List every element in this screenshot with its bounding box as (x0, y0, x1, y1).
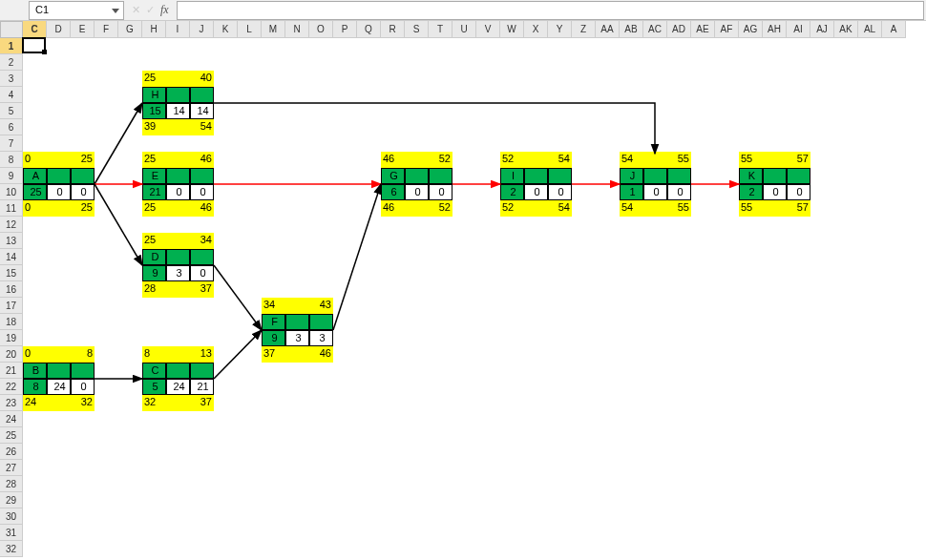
col-header-M[interactable]: M (262, 21, 285, 38)
duration: 2 (739, 184, 763, 200)
row-header-17[interactable]: 17 (0, 298, 23, 314)
cells-area[interactable]: 025A250002508B824024322540H1514143954254… (23, 38, 926, 560)
row-header-31[interactable]: 31 (0, 525, 23, 541)
col-header-W[interactable]: W (500, 21, 524, 38)
col-header-X[interactable]: X (524, 21, 548, 38)
row-header-26[interactable]: 26 (0, 444, 23, 460)
row-header-16[interactable]: 16 (0, 281, 23, 298)
row-header-15[interactable]: 15 (0, 265, 23, 281)
ef: 25 (71, 152, 95, 168)
row-header-3[interactable]: 3 (0, 71, 23, 87)
col-header-AD[interactable]: AD (667, 21, 691, 38)
row-header-2[interactable]: 2 (0, 54, 23, 71)
row-header-21[interactable]: 21 (0, 363, 23, 379)
activity-node-G: 4652G6004652 (381, 152, 452, 217)
row-header-22[interactable]: 22 (0, 379, 23, 395)
row-header-7[interactable]: 7 (0, 135, 23, 152)
row-header-29[interactable]: 29 (0, 492, 23, 508)
fx-icon[interactable]: fx (160, 3, 169, 17)
row-header-10[interactable]: 10 (0, 184, 23, 200)
ef: 55 (667, 152, 691, 168)
select-all-corner[interactable] (0, 21, 23, 38)
col-header-AL[interactable]: AL (858, 21, 882, 38)
col-header-Y[interactable]: Y (548, 21, 572, 38)
row-header-20[interactable]: 20 (0, 346, 23, 363)
row-header-11[interactable]: 11 (0, 200, 23, 217)
col-header-P[interactable]: P (333, 21, 357, 38)
row-header-24[interactable]: 24 (0, 411, 23, 427)
col-header-F[interactable]: F (95, 21, 118, 38)
name-box[interactable]: C1 (29, 1, 124, 20)
row-header-30[interactable]: 30 (0, 508, 23, 525)
row-header-1[interactable]: 1 (0, 38, 23, 54)
tf: 0 (524, 184, 548, 200)
row-header-14[interactable]: 14 (0, 249, 23, 265)
tf: 0 (166, 184, 190, 200)
check-icon[interactable]: ✓ (146, 4, 155, 16)
col-header-A[interactable]: A (882, 21, 906, 38)
row-header-25[interactable]: 25 (0, 427, 23, 444)
col-header-K[interactable]: K (214, 21, 238, 38)
row-header-12[interactable]: 12 (0, 217, 23, 233)
col-header-E[interactable]: E (71, 21, 95, 38)
ff: 0 (429, 184, 452, 200)
col-header-N[interactable]: N (285, 21, 309, 38)
col-header-G[interactable]: G (118, 21, 142, 38)
activity-name: C (142, 363, 166, 379)
activity-name: D (142, 249, 166, 265)
col-header-J[interactable]: J (190, 21, 214, 38)
row-header-4[interactable]: 4 (0, 87, 23, 103)
row-header-32[interactable]: 32 (0, 541, 23, 557)
activity-name: I (500, 168, 524, 184)
row-header-5[interactable]: 5 (0, 103, 23, 119)
row-headers: 1234567891011121314151617181920212223242… (0, 38, 23, 560)
col-header-AE[interactable]: AE (691, 21, 715, 38)
col-header-I[interactable]: I (166, 21, 190, 38)
col-header-AK[interactable]: AK (834, 21, 858, 38)
row-header-27[interactable]: 27 (0, 460, 23, 476)
col-header-C[interactable]: C (23, 21, 47, 38)
col-header-Z[interactable]: Z (572, 21, 596, 38)
col-header-R[interactable]: R (381, 21, 405, 38)
col-header-S[interactable]: S (405, 21, 429, 38)
col-header-V[interactable]: V (476, 21, 500, 38)
ff: 0 (190, 184, 214, 200)
col-header-AC[interactable]: AC (643, 21, 667, 38)
col-header-O[interactable]: O (309, 21, 333, 38)
es: 46 (381, 152, 405, 168)
duration: 8 (23, 379, 47, 395)
col-header-U[interactable]: U (452, 21, 476, 38)
ff: 3 (309, 330, 333, 346)
col-header-L[interactable]: L (238, 21, 262, 38)
activity-name: H (142, 87, 166, 103)
col-header-T[interactable]: T (429, 21, 452, 38)
activity-node-E: 2546E21002546 (142, 152, 214, 217)
row-header-28[interactable]: 28 (0, 476, 23, 492)
row-header-13[interactable]: 13 (0, 233, 23, 249)
ef: 52 (429, 152, 452, 168)
formula-input[interactable] (177, 1, 924, 20)
lf: 25 (71, 200, 95, 217)
lf: 37 (190, 281, 214, 298)
ls: 46 (381, 200, 405, 217)
col-header-Q[interactable]: Q (357, 21, 381, 38)
row-header-8[interactable]: 8 (0, 152, 23, 168)
col-header-AG[interactable]: AG (739, 21, 763, 38)
cancel-icon[interactable]: ✕ (132, 4, 140, 16)
duration: 5 (142, 379, 166, 395)
col-header-AB[interactable]: AB (620, 21, 643, 38)
row-header-18[interactable]: 18 (0, 314, 23, 330)
row-header-23[interactable]: 23 (0, 395, 23, 411)
col-header-D[interactable]: D (47, 21, 71, 38)
col-header-AJ[interactable]: AJ (810, 21, 834, 38)
row-header-9[interactable]: 9 (0, 168, 23, 184)
row-header-19[interactable]: 19 (0, 330, 23, 346)
col-header-AI[interactable]: AI (787, 21, 810, 38)
formula-bar: C1 ✕ ✓ fx (0, 0, 926, 21)
col-header-AA[interactable]: AA (596, 21, 620, 38)
col-header-AH[interactable]: AH (763, 21, 787, 38)
duration: 2 (500, 184, 524, 200)
col-header-AF[interactable]: AF (715, 21, 739, 38)
row-header-6[interactable]: 6 (0, 119, 23, 135)
col-header-H[interactable]: H (142, 21, 166, 38)
